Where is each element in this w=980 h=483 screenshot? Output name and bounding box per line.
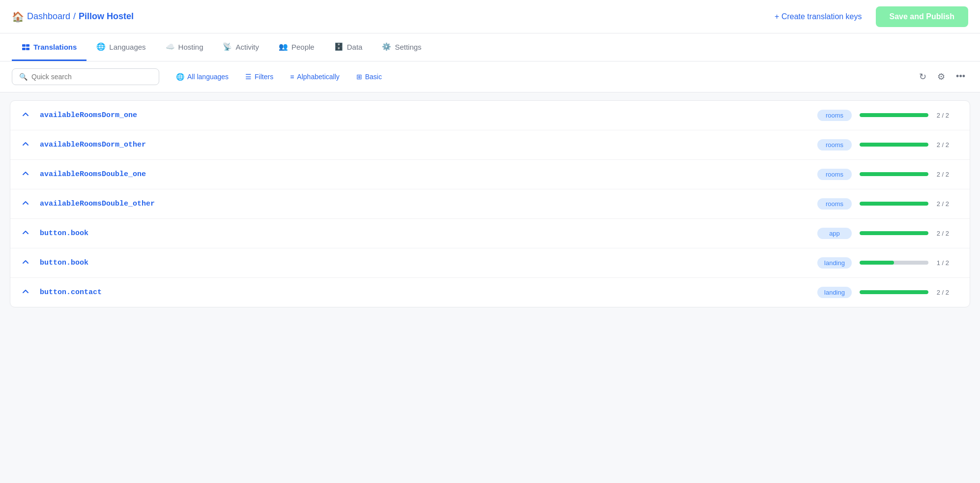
save-publish-button[interactable]: Save and Publish bbox=[876, 6, 968, 27]
filters-button[interactable]: ☰ Filters bbox=[238, 69, 280, 84]
progress-bar-fill bbox=[860, 113, 928, 117]
basic-icon: ⊞ bbox=[356, 73, 362, 81]
svg-rect-3 bbox=[26, 48, 29, 50]
tab-activity[interactable]: 📡Activity bbox=[213, 33, 269, 60]
progress-bar-background bbox=[860, 172, 928, 176]
svg-rect-2 bbox=[22, 48, 26, 50]
more-icon: ••• bbox=[956, 71, 965, 82]
alphabetically-label: Alphabetically bbox=[297, 73, 339, 81]
people-tab-icon: 👥 bbox=[279, 42, 288, 51]
home-icon: 🏠 bbox=[12, 11, 24, 23]
search-icon: 🔍 bbox=[19, 73, 28, 81]
translation-key: availableRoomsDouble_one bbox=[40, 170, 809, 179]
table-row[interactable]: availableRoomsDorm_onerooms2 / 2 bbox=[10, 101, 970, 130]
data-tab-label: Data bbox=[347, 43, 363, 51]
progress-text: 1 / 2 bbox=[933, 259, 949, 267]
progress-wrap: 2 / 2 bbox=[860, 200, 958, 208]
all-languages-button[interactable]: 🌐 All languages bbox=[169, 69, 235, 84]
chevron-up-icon bbox=[22, 200, 32, 208]
tab-languages[interactable]: 🌐Languages bbox=[86, 33, 155, 60]
tab-hosting[interactable]: ☁️Hosting bbox=[156, 33, 213, 60]
progress-wrap: 1 / 2 bbox=[860, 259, 958, 267]
gear-icon: ⚙ bbox=[937, 71, 945, 82]
progress-wrap: 2 / 2 bbox=[860, 112, 958, 119]
translation-list: availableRoomsDorm_onerooms2 / 2availabl… bbox=[10, 100, 970, 307]
svg-rect-0 bbox=[22, 44, 26, 47]
filter-icon: ☰ bbox=[245, 73, 252, 81]
progress-bar-background bbox=[860, 290, 928, 294]
alphabetically-button[interactable]: ≡ Alphabetically bbox=[283, 69, 346, 84]
progress-text: 2 / 2 bbox=[933, 230, 949, 237]
basic-button[interactable]: ⊞ Basic bbox=[349, 69, 389, 84]
progress-bar-fill bbox=[860, 231, 928, 235]
table-row[interactable]: button.booklanding1 / 2 bbox=[10, 248, 970, 278]
project-name: Pillow Hostel bbox=[79, 11, 134, 22]
hosting-tab-label: Hosting bbox=[178, 43, 203, 51]
table-row[interactable]: availableRoomsDouble_otherrooms2 / 2 bbox=[10, 189, 970, 219]
namespace-badge: rooms bbox=[817, 139, 852, 151]
activity-tab-label: Activity bbox=[235, 43, 259, 51]
top-header: 🏠 Dashboard / Pillow Hostel + Create tra… bbox=[0, 0, 980, 33]
refresh-button[interactable]: ↻ bbox=[916, 68, 929, 85]
translation-key: button.book bbox=[40, 229, 809, 238]
progress-bar-background bbox=[860, 261, 928, 265]
chevron-up-icon bbox=[22, 288, 32, 297]
nav-tabs: Translations🌐Languages☁️Hosting📡Activity… bbox=[0, 33, 980, 61]
namespace-badge: rooms bbox=[817, 110, 852, 121]
progress-bar-background bbox=[860, 231, 928, 235]
translation-key: availableRoomsDorm_one bbox=[40, 111, 809, 120]
progress-wrap: 2 / 2 bbox=[860, 230, 958, 237]
tab-people[interactable]: 👥People bbox=[269, 33, 324, 60]
svg-rect-1 bbox=[26, 44, 29, 47]
settings-tab-label: Settings bbox=[395, 43, 421, 51]
chevron-up-icon bbox=[22, 111, 32, 120]
tab-translations[interactable]: Translations bbox=[12, 33, 86, 61]
progress-wrap: 2 / 2 bbox=[860, 141, 958, 149]
people-tab-label: People bbox=[291, 43, 315, 51]
progress-bar-background bbox=[860, 143, 928, 147]
create-translation-button[interactable]: + Create translation keys bbox=[769, 8, 867, 25]
languages-tab-icon: 🌐 bbox=[96, 42, 106, 51]
toolbar-filters: 🌐 All languages ☰ Filters ≡ Alphabetical… bbox=[169, 69, 910, 84]
header-actions: + Create translation keys Save and Publi… bbox=[769, 6, 968, 27]
progress-bar-background bbox=[860, 113, 928, 117]
activity-tab-icon: 📡 bbox=[223, 42, 232, 51]
breadcrumb-separator: / bbox=[73, 11, 76, 22]
chevron-up-icon bbox=[22, 141, 32, 149]
translation-key: availableRoomsDorm_other bbox=[40, 141, 809, 149]
more-options-button[interactable]: ••• bbox=[953, 68, 968, 85]
progress-bar-fill bbox=[860, 172, 928, 176]
translations-tab-icon bbox=[22, 42, 30, 52]
globe-icon: 🌐 bbox=[176, 73, 184, 81]
chevron-up-icon bbox=[22, 229, 32, 238]
progress-wrap: 2 / 2 bbox=[860, 171, 958, 178]
progress-text: 2 / 2 bbox=[933, 112, 949, 119]
namespace-badge: rooms bbox=[817, 169, 852, 180]
table-row[interactable]: availableRoomsDouble_onerooms2 / 2 bbox=[10, 160, 970, 189]
translation-key: button.book bbox=[40, 259, 809, 267]
search-input[interactable] bbox=[31, 73, 152, 81]
toolbar-right: ↻ ⚙ ••• bbox=[916, 68, 968, 85]
progress-text: 2 / 2 bbox=[933, 289, 949, 296]
progress-text: 2 / 2 bbox=[933, 171, 949, 178]
settings-button[interactable]: ⚙ bbox=[934, 68, 948, 85]
translation-key: availableRoomsDouble_other bbox=[40, 200, 809, 208]
languages-tab-label: Languages bbox=[109, 43, 145, 51]
progress-bar-fill bbox=[860, 202, 928, 206]
chevron-up-icon bbox=[22, 170, 32, 179]
table-row[interactable]: button.bookapp2 / 2 bbox=[10, 219, 970, 248]
tab-data[interactable]: 🗄️Data bbox=[324, 33, 373, 60]
sort-icon: ≡ bbox=[290, 73, 294, 81]
table-row[interactable]: button.contactlanding2 / 2 bbox=[10, 278, 970, 307]
search-box: 🔍 bbox=[12, 68, 159, 85]
namespace-badge: landing bbox=[817, 257, 852, 269]
namespace-badge: landing bbox=[817, 287, 852, 298]
tab-settings[interactable]: ⚙️Settings bbox=[372, 33, 431, 60]
namespace-badge: app bbox=[817, 228, 852, 239]
table-row[interactable]: availableRoomsDorm_otherrooms2 / 2 bbox=[10, 130, 970, 160]
translations-tab-label: Translations bbox=[33, 43, 77, 51]
hosting-tab-icon: ☁️ bbox=[166, 42, 175, 51]
dashboard-label[interactable]: Dashboard bbox=[27, 11, 70, 22]
basic-label: Basic bbox=[365, 73, 382, 81]
namespace-badge: rooms bbox=[817, 198, 852, 210]
